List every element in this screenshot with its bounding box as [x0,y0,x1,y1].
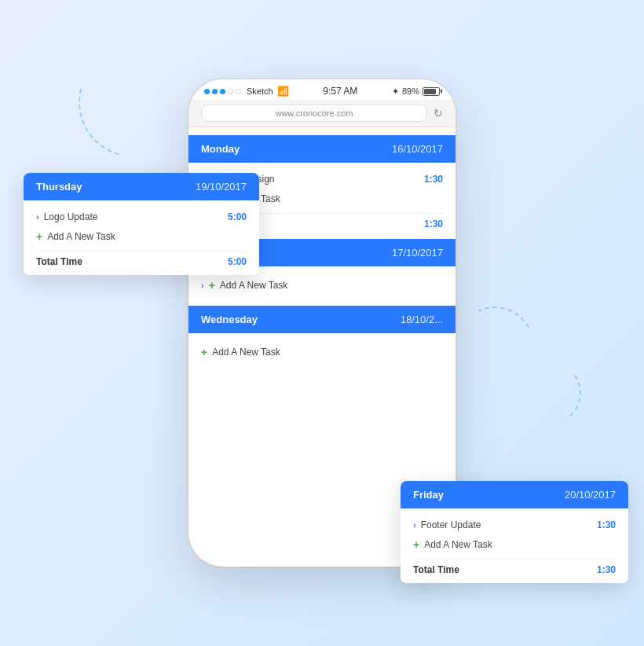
thursday-total-row: Total Time 5:00 [36,251,247,267]
task-time: 1:30 [424,174,443,185]
card-thursday: Thursday 19/10/2017 › Logo Update 5:00 +… [24,173,259,275]
task-chevron-tuesday: › [201,281,204,290]
thursday-date: 19/10/2017 [196,181,247,193]
signal-dot-5 [236,89,241,94]
thursday-total-label: Total Time [36,256,82,267]
thursday-header: Thursday 19/10/2017 [24,173,259,200]
friday-total-row: Total Time 1:30 [413,559,616,575]
day-header-monday: Monday 16/10/2017 [188,135,456,163]
battery-bar [423,87,440,96]
status-right-area: ✦ 89% [392,86,440,97]
friday-task-label: Footer Update [421,519,481,530]
status-time: 9:57 AM [323,86,357,97]
thursday-task-logo: › Logo Update 5:00 [36,208,247,226]
thursday-add-label: Add A New Task [47,231,115,242]
signal-dot-1 [204,89,210,94]
day-date-tuesday: 17/10/2017 [392,247,443,259]
friday-task-footer: › Footer Update 1:30 [413,516,616,534]
add-task-wednesday[interactable]: + Add A New Task [201,341,443,363]
day-date-monday: 16/10/2017 [392,143,443,155]
add-task-label-tuesday: Add A New Task [220,280,288,291]
thursday-add-task[interactable]: + Add A New Task [36,226,247,248]
thursday-total-time: 5:00 [228,256,247,267]
thursday-name: Thursday [36,181,82,193]
status-bar: Sketch 📶 9:57 AM ✦ 89% [188,79,456,100]
friday-name: Friday [413,489,444,501]
signal-dot-4 [228,89,233,94]
battery-fill [424,89,436,94]
day-name-wednesday: Wednesday [201,314,258,325]
day-name-monday: Monday [201,143,240,155]
add-task-icon-wednesday: + [201,346,207,358]
friday-add-task[interactable]: + Add A New Task [413,534,616,556]
carrier-label: Sketch [247,86,273,96]
bluetooth-icon: ✦ [392,86,399,97]
friday-body: › Footer Update 1:30 + Add A New Task To… [401,508,628,583]
friday-add-icon: + [413,538,419,551]
day-date-wednesday: 18/10/2... [401,314,443,325]
total-time: 1:30 [424,218,443,229]
thursday-chevron-icon: › [36,212,39,222]
add-task-label-wednesday: Add A New Task [212,347,280,358]
scene: Sketch 📶 9:57 AM ✦ 89% www.cronocore.com… [0,0,644,646]
day-body-wednesday: + Add A New Task [188,333,456,371]
signal-dot-3 [220,89,225,94]
browser-url-field[interactable]: www.cronocore.com [201,105,427,122]
friday-task-time: 1:30 [597,519,616,530]
day-header-wednesday: Wednesday 18/10/2... [188,306,456,333]
friday-total-label: Total Time [413,564,459,575]
friday-header: Friday 20/10/2017 [401,481,628,508]
day-card-wednesday: Wednesday 18/10/2... + Add A New Task [188,306,456,371]
arc-decoration-1 [58,27,208,177]
thursday-task-label: Logo Update [44,211,98,222]
wifi-icon: 📶 [277,86,289,97]
friday-date: 20/10/2017 [565,489,616,501]
friday-chevron-icon: › [413,520,416,530]
thursday-task-time: 5:00 [228,211,247,222]
browser-bar: www.cronocore.com ↻ [188,100,456,127]
refresh-icon[interactable]: ↻ [434,107,443,119]
signal-area: Sketch 📶 [204,86,289,97]
battery-pct-label: 89% [402,86,419,96]
add-task-tuesday[interactable]: › + Add A New Task [201,274,443,296]
friday-total-time: 1:30 [597,564,616,575]
card-friday: Friday 20/10/2017 › Footer Update 1:30 +… [401,481,628,583]
thursday-add-icon: + [36,230,42,243]
thursday-body: › Logo Update 5:00 + Add A New Task Tota… [24,200,259,275]
friday-task-name-area: › Footer Update [413,519,481,530]
thursday-task-name-area: › Logo Update [36,211,97,222]
friday-add-label: Add A New Task [424,539,492,550]
signal-dot-2 [212,89,218,94]
add-task-icon-tuesday: + [209,279,215,292]
